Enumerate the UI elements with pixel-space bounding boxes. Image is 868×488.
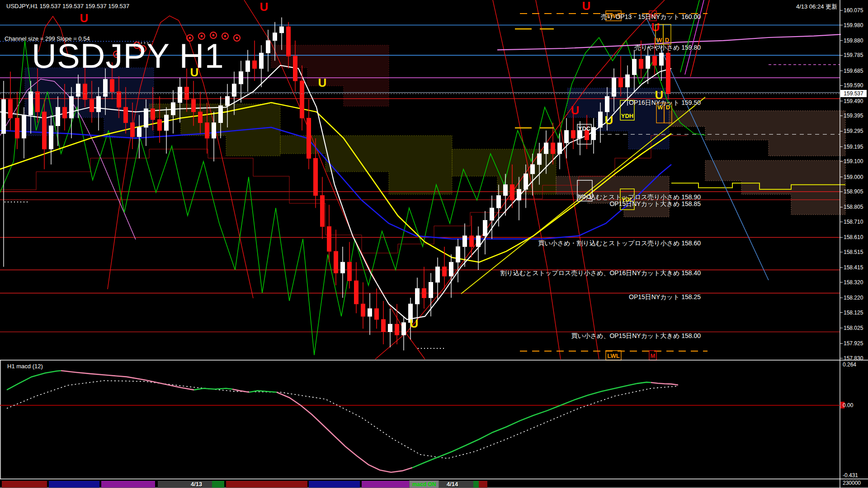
- candle-body: [375, 309, 379, 319]
- candle-body: [70, 96, 74, 118]
- candle-body: [314, 158, 318, 195]
- candle-body: [660, 53, 664, 65]
- timeline-date-2: 4/14: [447, 481, 458, 488]
- candle-body: [348, 262, 352, 281]
- macd-main-line: [277, 392, 412, 472]
- candle-body: [476, 236, 481, 247]
- marker-box-label: D: [665, 37, 669, 43]
- candle-body: [463, 236, 467, 247]
- corner-trend-line: [690, 0, 709, 77]
- candle-body: [395, 324, 399, 335]
- price-tick-label: 158.610: [844, 234, 863, 240]
- watermark-symbol: USDJPY H1: [32, 36, 224, 75]
- price-tick-label: 159.395: [844, 113, 863, 119]
- candle-body: [470, 236, 474, 247]
- candle-body: [361, 304, 365, 316]
- order-level-annotation: OP15日NYカット 158.25: [629, 293, 701, 301]
- price-tick-label: 159.785: [844, 52, 863, 58]
- candle-body: [626, 75, 630, 87]
- candle-body: [456, 247, 460, 262]
- yellow-u-marker-icon: U: [605, 113, 613, 127]
- candle-body: [178, 87, 182, 103]
- price-tick-label: 159.195: [844, 144, 863, 150]
- candle-body: [504, 185, 508, 196]
- price-tick-label: 159.590: [844, 82, 863, 89]
- candle-body: [571, 131, 576, 138]
- candle-body: [436, 267, 440, 282]
- trading-chart-window: UUUUUUUUUULWHMWDWDYDHYDCYDOYDLLWLM USDJP…: [0, 0, 868, 488]
- macd-max-value: 0.264: [843, 361, 856, 368]
- macd-main-line: [194, 389, 232, 390]
- price-tick-label: 159.880: [844, 38, 863, 44]
- candle-body: [293, 56, 297, 81]
- candle-body: [253, 61, 257, 68]
- order-level-annotation: 売りやや小さめ 159.80: [635, 44, 701, 52]
- order-level-annotation: OP16日NYカット 159.50: [629, 99, 701, 107]
- macd-indicator-label: H1 macd (12): [7, 363, 43, 370]
- candle-body: [653, 56, 657, 66]
- order-level-annotation: 買い小さめ、OP15日NYカット大きめ 158.00: [571, 332, 701, 340]
- candle-body: [490, 208, 494, 220]
- candle-body: [171, 103, 175, 115]
- candle-body: [137, 127, 142, 137]
- candle-body: [632, 59, 637, 75]
- candle-body: [524, 174, 528, 189]
- marker-box-label: W: [656, 37, 662, 43]
- price-tick-label: 159.980: [844, 22, 863, 28]
- candle-body: [158, 120, 162, 131]
- macd-signal-line: [7, 380, 678, 458]
- candle-body: [205, 123, 209, 138]
- candle-body: [2, 99, 6, 133]
- ichimoku-cloud: [669, 111, 845, 156]
- current-price-badge: 159.537: [840, 90, 867, 97]
- order-level-annotation: OP15日NYカット大きめ 158.85: [609, 200, 701, 208]
- candle-body: [551, 143, 555, 154]
- price-tick-label: 159.000: [844, 174, 863, 180]
- candle-body: [29, 92, 33, 115]
- volume-value: 230000: [843, 480, 861, 486]
- candle-body: [198, 112, 203, 123]
- red-u-marker-icon: U: [260, 0, 269, 14]
- red-u-marker-icon: U: [80, 11, 89, 25]
- red-circle-marker-dot: [224, 35, 226, 38]
- candle-body: [259, 53, 264, 68]
- candle-body: [280, 27, 284, 33]
- session-segment: [479, 481, 487, 488]
- candle-body: [151, 109, 155, 120]
- corner-trend-line: [685, 0, 704, 75]
- price-tick-label: 158.805: [844, 204, 863, 210]
- marker-box-label: YDC: [578, 125, 591, 132]
- macd-on-button[interactable]: macd ON: [409, 480, 439, 488]
- candle-body: [517, 189, 521, 200]
- candle-body: [334, 251, 338, 273]
- candle-body: [354, 281, 359, 304]
- candle-body: [239, 71, 243, 84]
- session-segment: [212, 481, 224, 488]
- candle-body: [300, 81, 304, 118]
- candle-body: [565, 131, 569, 143]
- price-tick-label: 158.515: [844, 249, 863, 255]
- macd-zero-value: 0.00: [843, 402, 853, 408]
- macd-main-line: [61, 371, 194, 390]
- candle-body: [36, 92, 40, 112]
- candle-body: [449, 262, 453, 276]
- candle-body: [307, 118, 311, 158]
- session-segment: [226, 481, 307, 488]
- candle-body: [266, 41, 270, 53]
- marker-box-label: YDH: [621, 113, 633, 119]
- order-level-annotation: 買い小さめ・割り込むとストップロス売り小さめ 158.60: [538, 239, 701, 248]
- price-tick-label: 158.320: [844, 279, 863, 286]
- candle-body: [219, 106, 223, 123]
- candle-body: [97, 96, 101, 112]
- symbol-ohlc-line: USDJPY,H1 159.537 159.537 159.537 159.53…: [6, 3, 129, 9]
- price-tick-label: 157.925: [844, 340, 863, 347]
- candle-body: [531, 164, 535, 174]
- marker-box-label: LWL: [607, 352, 619, 359]
- corner-trend-line: [680, 0, 699, 72]
- candle-body: [212, 123, 216, 138]
- candle-body: [619, 78, 623, 87]
- price-tick-label: 159.100: [844, 158, 863, 164]
- macd-main-line: [412, 382, 651, 468]
- macd-main-line: [7, 371, 61, 390]
- candle-body: [443, 267, 447, 277]
